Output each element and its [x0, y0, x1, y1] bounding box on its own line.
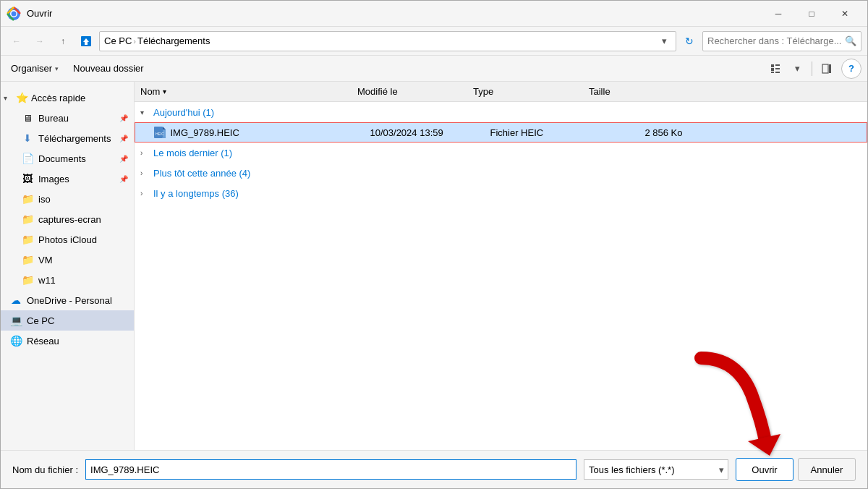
file-list-body: ▾ Aujourd'hui (1) HEIC IMG_9789.HEIC [135, 102, 867, 450]
address-bar-row: ← → ↑ Ce PC › Téléchargements ▾ ↻ 🔍 [1, 27, 867, 56]
cancel-button[interactable]: Annuler [798, 458, 856, 481]
ce-pc-icon: 💻 [9, 314, 22, 327]
onedrive-label: OneDrive - Personal [27, 295, 128, 306]
sidebar-item-telechargements[interactable]: ⬇ Téléchargements 📌 [1, 128, 134, 148]
window-controls: ─ □ ✕ [762, 1, 861, 27]
search-bar[interactable]: 🔍 [702, 31, 861, 51]
documents-icon: 📄 [21, 152, 34, 165]
address-dropdown-button[interactable]: ▾ [657, 32, 671, 51]
filename-input[interactable] [85, 459, 576, 480]
sidebar-item-bureau[interactable]: 🖥 Bureau 📌 [1, 108, 134, 128]
toolbar-row: Organiser ▾ Nouveau dossier ▾ [1, 56, 867, 82]
sidebar-item-captures-ecran[interactable]: 📁 captures-ecran [1, 209, 134, 229]
new-folder-button[interactable]: Nouveau dossier [69, 59, 148, 79]
filetype-wrapper: Tous les fichiers (*.*) [584, 459, 728, 480]
view-details-button[interactable] [765, 59, 786, 79]
images-label: Images [38, 174, 115, 184]
up-button[interactable]: ↑ [53, 31, 73, 51]
help-button[interactable]: ? [841, 59, 861, 79]
images-pin-icon: 📌 [119, 175, 128, 183]
group-header-il-ya-longtemps[interactable]: › Il y a longtemps (36) [135, 183, 867, 203]
organiser-dropdown-arrow: ▾ [55, 65, 59, 72]
sidebar-item-acces-rapide[interactable]: ▾ ⭐ Accès rapide [1, 88, 134, 108]
app-icon [7, 7, 21, 21]
open-dialog: Ouvrir ─ □ ✕ ← → ↑ Ce PC › Téléchargemen… [0, 0, 868, 489]
captures-label: captures-ecran [38, 214, 128, 225]
svg-marker-14 [163, 127, 166, 129]
maximize-button[interactable]: □ [795, 1, 828, 27]
documents-pin-icon: 📌 [119, 155, 128, 163]
minimize-button[interactable]: ─ [762, 1, 795, 27]
heic-file-icon: HEIC [153, 126, 166, 139]
group-header-aujourdhui[interactable]: ▾ Aujourd'hui (1) [135, 102, 867, 122]
group-header-plus-tot[interactable]: › Plus tôt cette année (4) [135, 163, 867, 183]
group-header-mois-dernier[interactable]: › Le mois dernier (1) [135, 143, 867, 163]
bottom-bar: Nom du fichier : Tous les fichiers (*.*)… [1, 450, 867, 488]
sidebar-item-reseau[interactable]: 🌐 Réseau [1, 331, 134, 351]
documents-label: Documents [38, 153, 115, 164]
sidebar-item-documents[interactable]: 📄 Documents 📌 [1, 148, 134, 169]
view-buttons: ▾ ? [765, 59, 861, 79]
svg-rect-9 [771, 72, 774, 73]
bureau-label: Bureau [38, 113, 115, 124]
filetype-select[interactable]: Tous les fichiers (*.*) [584, 459, 728, 480]
telechargements-pin-icon: 📌 [119, 135, 128, 143]
address-part-cepc: Ce PC [104, 35, 132, 46]
sidebar-item-onedrive[interactable]: ☁ OneDrive - Personal [1, 290, 134, 310]
group-expand-icon-plus-tot: › [140, 169, 149, 177]
organiser-label: Organiser [11, 63, 52, 74]
address-part-telechargements: Téléchargements [137, 35, 210, 46]
preview-pane-button[interactable] [817, 59, 837, 79]
reseau-label: Réseau [27, 336, 128, 346]
file-size-img9789: 2 856 Ko [610, 127, 683, 138]
svg-rect-6 [775, 64, 780, 66]
photos-label: Photos iCloud [38, 234, 128, 245]
svg-rect-8 [775, 68, 780, 69]
address-path: Ce PC › Téléchargements [104, 35, 654, 46]
acces-rapide-expand-icon: ▾ [4, 94, 12, 102]
col-header-size[interactable]: Taille [589, 86, 661, 97]
filename-label: Nom du fichier : [12, 464, 78, 475]
svg-rect-10 [775, 72, 780, 73]
sidebar-item-iso[interactable]: 📁 iso [1, 189, 134, 209]
window-title: Ouvrir [27, 8, 762, 19]
back-button[interactable]: ← [7, 31, 27, 51]
sidebar-item-vm[interactable]: 📁 VM [1, 250, 134, 270]
captures-folder-icon: 📁 [21, 213, 34, 226]
forward-button[interactable]: → [30, 31, 50, 51]
group-expand-icon-mois-dernier: › [140, 149, 149, 157]
sidebar-item-w11[interactable]: 📁 w11 [1, 270, 134, 290]
svg-rect-12 [829, 64, 831, 73]
group-label-il-ya-longtemps: Il y a longtemps (36) [153, 188, 239, 199]
sidebar-item-ce-pc[interactable]: 💻 Ce PC [1, 310, 134, 331]
open-button[interactable]: Ouvrir [736, 458, 793, 481]
iso-folder-icon: 📁 [21, 192, 34, 205]
col-header-modified[interactable]: Modifié le [357, 86, 473, 97]
close-button[interactable]: ✕ [828, 1, 861, 27]
toolbar-divider [812, 61, 812, 76]
organiser-button[interactable]: Organiser ▾ [7, 59, 63, 79]
file-list-header: Nom ▾ Modifié le Type Taille [135, 82, 867, 102]
sidebar-item-photos-icloud[interactable]: 📁 Photos iCloud [1, 229, 134, 250]
file-list: Nom ▾ Modifié le Type Taille ▾ Aujou [135, 82, 867, 450]
address-bar[interactable]: Ce PC › Téléchargements ▾ [99, 31, 676, 51]
new-folder-label: Nouveau dossier [73, 63, 144, 74]
group-expand-icon-aujourdhui: ▾ [140, 109, 149, 116]
bottom-actions: Ouvrir Annuler [736, 458, 856, 481]
acces-rapide-icon: ⭐ [15, 91, 28, 104]
search-input[interactable] [707, 35, 842, 46]
col-header-name[interactable]: Nom ▾ [140, 86, 357, 97]
telechargements-label: Téléchargements [38, 133, 115, 144]
col-header-type[interactable]: Type [473, 86, 589, 97]
ce-pc-label: Ce PC [27, 315, 128, 326]
address-separator-1: › [133, 37, 136, 46]
sidebar-item-images[interactable]: 🖼 Images 📌 [1, 169, 134, 189]
file-row-img9789[interactable]: HEIC IMG_9789.HEIC 10/03/2024 13:59 Fich… [135, 122, 867, 143]
images-icon: 🖼 [21, 172, 34, 185]
view-dropdown-button[interactable]: ▾ [787, 59, 807, 79]
refresh-button[interactable]: ↻ [679, 31, 699, 51]
iso-label: iso [38, 194, 128, 205]
group-label-aujourdhui: Aujourd'hui (1) [153, 107, 214, 118]
bureau-pin-icon: 📌 [119, 114, 128, 122]
w11-folder-icon: 📁 [21, 273, 34, 286]
